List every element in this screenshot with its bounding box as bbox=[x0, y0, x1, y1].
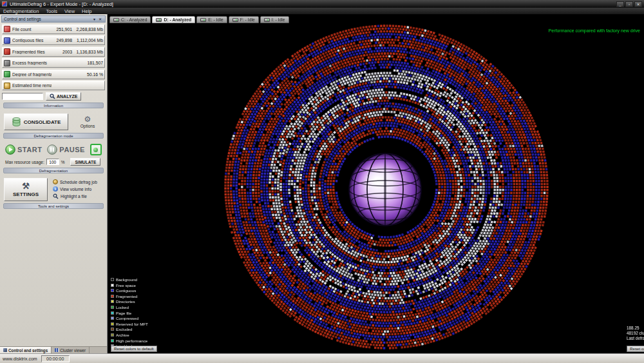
start-button-label: START bbox=[17, 146, 42, 153]
app-window: UltimateDefrag 6 - Expert Mode - [D: - A… bbox=[0, 0, 644, 363]
disk-viewer: C: - Analyzed D: - Analyzed E: - Idle F:… bbox=[108, 14, 644, 353]
options-label: Options bbox=[80, 124, 95, 128]
drive-tab-d[interactable]: D: - Analyzed bbox=[152, 16, 195, 23]
tab-cluster-viewer[interactable]: Cluster viewer bbox=[52, 347, 90, 353]
options-button[interactable]: ⚙ Options bbox=[75, 115, 100, 128]
stat-label: Estimated time remaining bbox=[12, 83, 52, 88]
start-button[interactable]: START bbox=[5, 144, 42, 155]
legend-item: Archive bbox=[111, 333, 148, 337]
consolidate-button-label: CONSOLIDATE bbox=[24, 119, 61, 125]
stat-size: 1,136,833 Mb bbox=[72, 50, 103, 54]
legend-chip[interactable] bbox=[111, 284, 114, 287]
drive-tab-label: I: - Idle bbox=[272, 17, 285, 22]
consolidate-button[interactable]: CONSOLIDATE bbox=[4, 113, 68, 130]
settings-button-label: SETTINGS bbox=[13, 191, 39, 197]
legend-item: Page file bbox=[111, 311, 148, 315]
drive-tab-i[interactable]: I: - Idle bbox=[260, 16, 289, 23]
stop-button[interactable] bbox=[90, 144, 102, 155]
highlight-magnifier-icon bbox=[53, 193, 59, 199]
stat-label: Fragmented files bbox=[12, 50, 52, 54]
stat-size: 50.16 % bbox=[72, 72, 103, 77]
website-link[interactable]: www.disktrix.com bbox=[3, 357, 37, 361]
legend-chip[interactable] bbox=[111, 295, 114, 298]
section-defrag-mode: Defragmentation mode bbox=[3, 133, 104, 139]
percent-label: % bbox=[61, 160, 65, 164]
left-panel-tabs: Control and settings Cluster viewer bbox=[0, 346, 107, 353]
legend-item: Reserved for MFT bbox=[111, 322, 148, 326]
excess-fragments-icon bbox=[4, 60, 10, 66]
legend-item: High performance bbox=[111, 338, 148, 343]
gear-icon: ⚙ bbox=[84, 115, 91, 123]
legend-chip[interactable] bbox=[111, 289, 114, 292]
menubar: Defragmentation Tools View Help bbox=[0, 8, 644, 14]
legend-chip[interactable] bbox=[111, 300, 114, 303]
legend-chip[interactable] bbox=[111, 322, 114, 326]
stat-row-degree: Degree of fragmentation 50.16 % bbox=[2, 70, 105, 79]
cluster-tab-label: Cluster viewer bbox=[60, 348, 86, 353]
panel-header-title: Control and settings bbox=[4, 17, 41, 21]
stat-label: Contiguous files bbox=[12, 38, 52, 43]
stat-row-time-remaining: Estimated time remaining bbox=[2, 81, 105, 90]
legend-item: Contiguous bbox=[111, 288, 148, 293]
stat-row-file-count: File count 251,901 2,268,838 Mb bbox=[2, 25, 105, 34]
info-icon: i bbox=[53, 186, 58, 191]
pause-icon bbox=[47, 144, 57, 155]
menu-defragmentation[interactable]: Defragmentation bbox=[3, 8, 39, 14]
settings-button[interactable]: ⚒ SETTINGS bbox=[4, 178, 48, 201]
panel-close-icon[interactable]: ✕ bbox=[97, 17, 103, 21]
simulate-button[interactable]: SIMULATE bbox=[70, 158, 100, 166]
legend-chip[interactable] bbox=[111, 333, 114, 337]
section-defragmentation: Defragmentation bbox=[3, 168, 104, 173]
minimize-button[interactable]: _ bbox=[616, 1, 624, 7]
stat-size: 2,268,838 Mb bbox=[72, 27, 103, 32]
view-volume-info-label: View volume info bbox=[60, 187, 91, 191]
legend-chip[interactable] bbox=[111, 306, 114, 309]
section-tools-settings: Tools and settings bbox=[3, 203, 104, 209]
schedule-defrag-link[interactable]: Schedule defrag job bbox=[53, 179, 97, 184]
close-button[interactable]: ✕ bbox=[634, 1, 642, 7]
legend-chip[interactable] bbox=[111, 328, 114, 331]
panel-pin-icon[interactable]: ▾ bbox=[91, 17, 97, 21]
stat-label: Degree of fragmentation bbox=[12, 72, 52, 77]
analyze-button[interactable]: ANALYZE bbox=[46, 92, 81, 101]
disk-visualization[interactable] bbox=[108, 14, 644, 353]
reset-colors-button[interactable]: Reset colors to default bbox=[111, 346, 157, 352]
drive-tab-e[interactable]: E: - Idle bbox=[196, 16, 227, 23]
stat-size: 1,112,004 Mb bbox=[72, 38, 103, 43]
maximize-button[interactable]: ▫ bbox=[625, 1, 633, 7]
max-resource-input[interactable] bbox=[46, 159, 59, 165]
titlebar: UltimateDefrag 6 - Expert Mode - [D: - A… bbox=[0, 0, 644, 8]
reset-camera-button[interactable]: Reset camera bbox=[627, 346, 644, 352]
magnifier-icon bbox=[50, 93, 55, 99]
stat-count: 251,901 bbox=[52, 27, 72, 32]
drive-tab-f[interactable]: F: - Idle bbox=[229, 16, 259, 23]
tools-icon: ⚒ bbox=[22, 182, 30, 190]
legend-chip[interactable] bbox=[111, 339, 114, 342]
schedule-defrag-label: Schedule defrag job bbox=[60, 180, 97, 184]
clock-icon bbox=[4, 83, 10, 89]
legend-chip[interactable] bbox=[111, 278, 114, 281]
drive-icon bbox=[264, 18, 270, 22]
drive-stats: 188.25 48192 clust Last defragm bbox=[627, 326, 644, 340]
legend-chip[interactable] bbox=[111, 311, 114, 315]
menu-help[interactable]: Help bbox=[82, 8, 91, 14]
drive-icon bbox=[200, 18, 206, 22]
file-count-icon bbox=[4, 26, 10, 32]
timer-display: 00:00:00 bbox=[41, 355, 70, 362]
stat-clusters: 48192 clust bbox=[627, 331, 644, 335]
drive-tab-label: D: - Analyzed bbox=[164, 17, 191, 22]
time-remaining-input[interactable] bbox=[2, 93, 43, 100]
schedule-icon bbox=[53, 179, 58, 184]
legend-chip[interactable] bbox=[111, 317, 114, 320]
view-volume-info-link[interactable]: i View volume info bbox=[53, 186, 97, 191]
menu-tools[interactable]: Tools bbox=[46, 8, 57, 14]
drive-tab-label: E: - Idle bbox=[208, 17, 223, 22]
menu-view[interactable]: View bbox=[64, 8, 75, 14]
highlight-file-link[interactable]: Highlight a file bbox=[53, 193, 97, 199]
legend-item: Background bbox=[111, 277, 148, 282]
pause-button[interactable]: PAUSE bbox=[47, 144, 85, 155]
status-bar: www.disktrix.com 00:00:00 bbox=[0, 353, 644, 363]
tab-control-and-settings[interactable]: Control and settings bbox=[0, 347, 52, 353]
drive-tab-c[interactable]: C: - Analyzed bbox=[109, 16, 151, 23]
stop-icon bbox=[93, 148, 98, 152]
